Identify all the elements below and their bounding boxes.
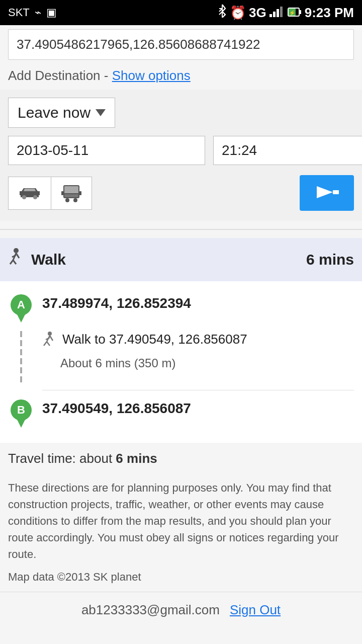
coord-bar: 37.4905486217965,126.85608688741922 <box>8 29 354 60</box>
walk-step-icon <box>42 332 57 353</box>
dash-3 <box>20 349 22 355</box>
point-b-coords: 37.490549, 126.856087 <box>42 396 354 417</box>
svg-line-31 <box>47 342 50 346</box>
dash-6 <box>20 376 22 382</box>
dash-1 <box>20 331 22 337</box>
coord-value: 37.4905486217965,126.85608688741922 <box>17 37 260 52</box>
bluetooth-icon <box>218 5 227 21</box>
point-b-row: B 37.490549, 126.856087 <box>8 396 354 429</box>
leave-now-dropdown[interactable]: Leave now <box>8 98 115 128</box>
time-input[interactable] <box>213 136 362 165</box>
route-separator <box>42 390 354 390</box>
alarm-icon: ⏰ <box>230 5 246 21</box>
svg-rect-15 <box>79 191 81 195</box>
svg-rect-5 <box>299 10 301 14</box>
go-button[interactable] <box>300 175 354 211</box>
add-destination-label: Add Destination - <box>8 68 112 83</box>
route-detail: A 37.489974, 126.852394 <box>0 281 362 443</box>
walk-instruction: Walk to 37.490549, 126.856087 About 6 mi… <box>42 328 354 370</box>
dash-2 <box>20 340 22 346</box>
footer-bar: ab1233333@gmail.com Sign Out <box>0 592 362 628</box>
travel-time-value: 6 mins <box>116 451 157 466</box>
travel-time-prefix: Travel time: about <box>8 451 116 466</box>
status-left: SKT ⌁ ▣ <box>8 6 57 19</box>
status-right: ⏰ 3G ⚡ 9:23 PM <box>218 5 354 21</box>
svg-marker-35 <box>16 418 26 428</box>
connector-area: Walk to 37.490549, 126.856087 About 6 mi… <box>8 328 354 384</box>
svg-line-23 <box>16 253 19 258</box>
svg-line-32 <box>50 336 53 341</box>
arrow-right-icon <box>312 182 342 202</box>
walk-header: Walk 6 mins <box>0 238 362 281</box>
walk-step-row: Walk to 37.490549, 126.856087 <box>42 332 354 353</box>
marker-b: B <box>8 396 34 429</box>
signal-icon <box>269 5 285 21</box>
battery-icon: ⚡ <box>288 5 302 21</box>
show-options-link[interactable]: Show options <box>112 68 191 83</box>
dash-4 <box>20 358 22 364</box>
add-destination-row: Add Destination - Show options <box>0 64 362 88</box>
svg-marker-17 <box>317 186 333 198</box>
svg-rect-11 <box>64 186 78 193</box>
disclaimer-text: These directions are for planning purpos… <box>0 474 362 571</box>
options-panel: Leave now <box>0 90 362 221</box>
walk-duration: 6 mins <box>306 251 354 268</box>
bus-icon <box>61 184 81 202</box>
svg-line-22 <box>13 260 16 264</box>
marker-a: A <box>8 291 34 324</box>
carrier-label: SKT <box>8 6 30 19</box>
svg-rect-3 <box>280 7 283 17</box>
leave-now-row: Leave now <box>8 98 354 128</box>
svg-rect-1 <box>273 12 276 17</box>
point-a-coords: 37.489974, 126.852394 <box>42 291 354 311</box>
car-mode-button[interactable] <box>8 177 51 210</box>
travel-time: Travel time: about 6 mins <box>0 443 362 474</box>
dropdown-arrow-icon <box>96 109 106 116</box>
svg-point-28 <box>48 332 52 336</box>
datetime-row <box>8 136 354 165</box>
svg-marker-26 <box>16 312 26 323</box>
svg-point-9 <box>33 195 37 199</box>
walk-step-text: Walk to 37.490549, 126.856087 <box>62 332 247 347</box>
svg-rect-16 <box>64 194 78 197</box>
walk-label: Walk <box>31 251 66 268</box>
svg-point-12 <box>65 198 69 202</box>
dashed-line <box>8 328 34 384</box>
image-icon: ▣ <box>46 6 57 19</box>
map-data-label: Map data ©2013 SK planet <box>0 571 362 592</box>
svg-rect-2 <box>277 9 279 17</box>
svg-rect-0 <box>269 14 272 17</box>
leave-now-label: Leave now <box>18 104 90 121</box>
user-email: ab1233333@gmail.com <box>81 602 220 618</box>
svg-point-19 <box>14 248 19 253</box>
date-input[interactable] <box>8 136 205 165</box>
svg-text:A: A <box>17 298 25 311</box>
time-label: 9:23 PM <box>305 5 354 21</box>
transport-row <box>8 175 354 211</box>
network-label: 3G <box>249 5 266 21</box>
car-icon <box>19 186 41 200</box>
dash-5 <box>20 367 22 373</box>
walk-step-sub: About 6 mins (350 m) <box>42 356 354 370</box>
sign-out-link[interactable]: Sign Out <box>230 602 281 618</box>
usb-icon: ⌁ <box>35 6 41 19</box>
svg-text:⚡: ⚡ <box>289 10 296 16</box>
walk-left: Walk <box>8 248 66 271</box>
svg-line-30 <box>44 342 47 346</box>
point-a-row: A 37.489974, 126.852394 <box>8 291 354 324</box>
svg-line-24 <box>12 255 16 257</box>
svg-point-8 <box>22 195 26 199</box>
section-divider <box>0 229 362 230</box>
bus-mode-button[interactable] <box>51 177 92 210</box>
pin-a-icon: A <box>10 293 33 324</box>
status-bar: SKT ⌁ ▣ ⏰ 3G ⚡ 9:23 PM <box>0 0 362 25</box>
transport-modes <box>8 177 92 210</box>
svg-point-13 <box>73 198 77 202</box>
svg-rect-18 <box>333 190 339 194</box>
pin-b-icon: B <box>10 398 33 429</box>
svg-text:B: B <box>17 404 25 416</box>
walk-person-icon <box>8 248 24 271</box>
svg-rect-14 <box>61 191 63 195</box>
